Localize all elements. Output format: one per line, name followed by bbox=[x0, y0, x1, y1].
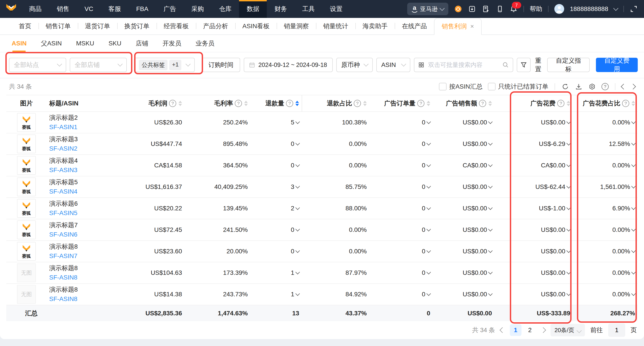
info-icon[interactable]: ? bbox=[235, 100, 242, 107]
chevron-down-icon[interactable] bbox=[296, 205, 300, 210]
chevron-down-icon[interactable] bbox=[488, 270, 492, 274]
help-circle-icon[interactable]: ? bbox=[602, 83, 609, 90]
chevron-down-icon[interactable] bbox=[566, 270, 571, 274]
chevron-down-icon[interactable] bbox=[426, 184, 431, 188]
info-icon[interactable]: ? bbox=[354, 100, 361, 107]
chevron-down-icon[interactable] bbox=[566, 248, 571, 253]
custom-metrics-button[interactable]: 自定义指标 bbox=[547, 58, 590, 72]
column-header[interactable]: 广告订单量? bbox=[370, 95, 433, 112]
product-thumbnail[interactable]: 赛狐 bbox=[17, 177, 36, 196]
chevron-down-icon[interactable] bbox=[488, 141, 492, 145]
chevron-down-icon[interactable] bbox=[631, 205, 636, 210]
product-thumbnail[interactable]: 赛狐 bbox=[17, 199, 36, 218]
filter-funnel-button[interactable] bbox=[517, 58, 531, 72]
column-header[interactable]: 毛利率? bbox=[185, 95, 250, 112]
page-tab[interactable]: ASIN看板 bbox=[235, 18, 276, 35]
sort-icon[interactable] bbox=[363, 101, 367, 106]
column-header[interactable]: 广告花费占比? bbox=[573, 95, 638, 112]
chevron-down-icon[interactable] bbox=[296, 120, 300, 124]
shop-select[interactable]: 全部店铺 bbox=[70, 58, 127, 72]
asin-link[interactable]: SF-ASIN1 bbox=[49, 122, 100, 132]
tag-select[interactable]: 公共标签+1 bbox=[134, 58, 194, 72]
refresh-icon[interactable] bbox=[561, 83, 569, 91]
chevron-down-icon[interactable] bbox=[488, 227, 492, 231]
reset-button[interactable]: 重置 bbox=[535, 56, 547, 73]
sort-icon[interactable] bbox=[488, 101, 492, 106]
bell-icon[interactable]: 7 bbox=[510, 5, 518, 13]
nav-item[interactable]: 客服 bbox=[101, 0, 128, 18]
chevron-down-icon[interactable] bbox=[426, 291, 431, 296]
chevron-down-icon[interactable] bbox=[566, 141, 571, 145]
asin-link[interactable]: SF-ASIN2 bbox=[49, 144, 100, 153]
headset-icon[interactable] bbox=[454, 5, 462, 13]
nav-item[interactable]: 财务 bbox=[267, 0, 294, 18]
sub-tab[interactable]: ASIN bbox=[12, 35, 26, 52]
mobile-icon[interactable] bbox=[496, 5, 504, 13]
settings-nut-icon[interactable] bbox=[588, 83, 596, 91]
chevron-down-icon[interactable] bbox=[296, 248, 300, 253]
info-icon[interactable]: ? bbox=[479, 100, 486, 107]
chevron-down-icon[interactable] bbox=[426, 162, 431, 167]
page-button[interactable]: 2 bbox=[524, 324, 536, 336]
account-phone[interactable]: 18888888888 bbox=[570, 5, 608, 13]
chevron-down-icon[interactable] bbox=[566, 120, 571, 124]
chevron-down-icon[interactable] bbox=[426, 141, 431, 145]
nav-item[interactable]: VC bbox=[77, 0, 101, 18]
page-tab[interactable]: 首页 bbox=[12, 18, 38, 35]
chevron-down-icon[interactable] bbox=[426, 120, 431, 124]
nav-item[interactable]: 采购 bbox=[184, 0, 211, 18]
chevron-down-icon[interactable] bbox=[566, 291, 571, 296]
chevron-down-icon[interactable] bbox=[296, 227, 300, 231]
chevron-down-icon[interactable] bbox=[426, 227, 431, 231]
sort-icon[interactable] bbox=[244, 101, 248, 106]
chevron-down-icon[interactable] bbox=[426, 270, 431, 274]
nav-item[interactable]: 设置 bbox=[322, 0, 350, 18]
asin-link[interactable]: SF-ASIN4 bbox=[49, 187, 100, 196]
settled-only-checkbox[interactable]: 只统计已结算订单 bbox=[488, 82, 548, 91]
page-tab[interactable]: 销售利润× bbox=[434, 18, 482, 35]
column-header[interactable]: 广告花费? bbox=[495, 95, 573, 112]
sort-icon[interactable] bbox=[178, 101, 182, 106]
page-tab[interactable]: 退货订单 bbox=[78, 18, 117, 35]
sub-tab[interactable]: 店铺 bbox=[136, 35, 148, 52]
search-icon[interactable] bbox=[502, 61, 509, 69]
date-range-picker[interactable]: 2024-09-12 ~ 2024-09-18 bbox=[244, 58, 333, 72]
asin-link[interactable]: SF-ASIN8 bbox=[49, 294, 100, 304]
sub-tab[interactable]: 父ASIN bbox=[41, 35, 62, 52]
chevron-down-icon[interactable] bbox=[426, 205, 431, 210]
next-page-icon[interactable] bbox=[540, 327, 546, 333]
download-box-icon[interactable] bbox=[468, 5, 476, 13]
product-thumbnail[interactable]: 赛狐 bbox=[17, 242, 36, 261]
chevron-down-icon[interactable] bbox=[631, 141, 636, 145]
page-tab[interactable]: 销售订单 bbox=[38, 18, 78, 35]
custom-fees-button[interactable]: 自定义费用 bbox=[596, 58, 638, 72]
chevron-down-icon[interactable] bbox=[631, 184, 636, 188]
chevron-down-icon[interactable] bbox=[296, 270, 300, 274]
nav-item[interactable]: 工具 bbox=[294, 0, 322, 18]
sort-icon[interactable] bbox=[427, 101, 430, 106]
chevron-down-icon[interactable] bbox=[631, 227, 636, 231]
chevron-down-icon[interactable] bbox=[631, 120, 636, 124]
chevron-down-icon[interactable] bbox=[488, 248, 492, 253]
nav-item[interactable]: 商品 bbox=[22, 0, 49, 18]
info-icon[interactable]: ? bbox=[417, 100, 424, 107]
chevron-down-icon[interactable] bbox=[566, 162, 571, 167]
page-tab[interactable]: 销量洞察 bbox=[276, 18, 316, 35]
help-link[interactable]: 帮助 bbox=[530, 5, 542, 13]
info-icon[interactable]: ? bbox=[557, 100, 564, 107]
chevron-down-icon[interactable] bbox=[488, 291, 492, 296]
page-tab[interactable]: 产品分析 bbox=[196, 18, 235, 35]
chevron-down-icon[interactable] bbox=[488, 184, 492, 188]
asin-link[interactable]: SF-ASIN8 bbox=[49, 273, 100, 282]
product-thumbnail[interactable]: 赛狐 bbox=[17, 135, 36, 153]
asin-summary-checkbox[interactable]: 按ASIN汇总 bbox=[439, 82, 482, 91]
scroll-right-icon[interactable] bbox=[630, 84, 636, 89]
asin-link[interactable]: SF-ASIN3 bbox=[49, 165, 100, 175]
marketplace-select[interactable]: a 亚马逊 bbox=[407, 3, 448, 15]
chevron-down-icon[interactable] bbox=[296, 141, 300, 145]
chevron-down-icon[interactable] bbox=[631, 270, 636, 274]
chevron-down-icon[interactable] bbox=[488, 120, 492, 124]
page-button[interactable]: 1 bbox=[510, 324, 522, 336]
chevron-down-icon[interactable] bbox=[613, 6, 618, 11]
nav-item[interactable]: 广告 bbox=[156, 0, 184, 18]
